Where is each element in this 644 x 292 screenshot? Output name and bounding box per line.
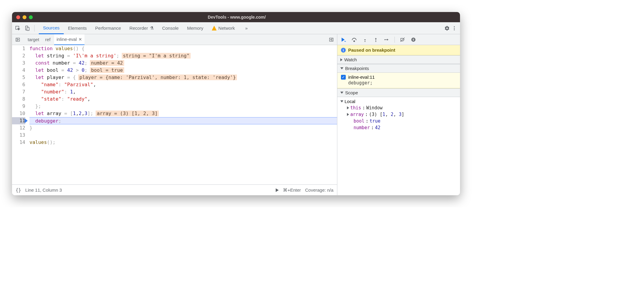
scope-bool-row[interactable]: bool: true [337,118,460,124]
pause-on-exceptions-button[interactable] [410,37,416,43]
inline-value-hint: string = "I'm a string" [122,53,191,59]
tab-sources[interactable]: Sources [39,22,64,34]
tab-elements[interactable]: Elements [64,22,91,34]
tab-label: Memory [187,26,203,31]
svg-rect-24 [413,38,413,41]
inline-value-hint: number = 42 [90,60,124,66]
line-number[interactable]: 9 [12,103,25,110]
code-line[interactable]: function values() { [29,45,337,52]
inline-value-hint: array = (3) [1, 2, 3] [96,111,159,116]
code-line[interactable]: debugger; [29,117,337,124]
code-line[interactable] [29,132,337,139]
line-number[interactable]: 14 [12,139,25,146]
file-tabbar: targetrefinline-eval✕ [12,34,337,45]
tab-label: Recorder [129,26,148,31]
code-editor[interactable]: 1234567891011121314 function values() { … [12,45,337,184]
tab-recorder[interactable]: Recorder ⚗ [125,22,158,34]
svg-point-14 [354,41,354,41]
file-tab-ref[interactable]: ref [43,34,53,45]
minimize-window-button[interactable] [23,15,26,19]
devtools-window: DevTools - www.google.com/ SourcesElemen… [12,12,460,195]
watch-section-header[interactable]: Watch [337,55,460,64]
code-line[interactable]: "name": "Parzival", [29,81,337,88]
traffic-lights [16,15,33,19]
scope-array-row[interactable]: array: (3) [1, 2, 3] [337,111,460,118]
code-line[interactable]: let array = [1,2,3];array = (3) [1, 2, 3… [29,110,337,117]
code-line[interactable]: }; [29,103,337,110]
code-line[interactable]: values(); [29,139,337,146]
scope-number-row[interactable]: number: 42 [337,124,460,131]
tab-network[interactable]: Network [207,22,239,34]
inline-value-hint: bool = true [90,67,124,73]
line-number[interactable]: 13 [12,132,25,139]
svg-marker-20 [387,39,389,41]
disclosure-triangle-icon [340,92,343,94]
step-into-button[interactable] [362,37,368,43]
run-hint: ⌘+Enter [283,187,301,193]
more-tabs-icon[interactable] [329,37,334,42]
line-number[interactable]: 10 [12,110,25,117]
step-out-button[interactable] [373,37,379,43]
code-lines[interactable]: function values() { let string = 'I\'m a… [28,45,337,184]
scope-section-header[interactable]: Scope [337,88,460,97]
tab-performance[interactable]: Performance [91,22,125,34]
close-tab-icon[interactable]: ✕ [78,37,82,42]
scope-this-row[interactable]: this: Window [337,105,460,111]
tab-label: Performance [95,26,121,31]
file-tab-target[interactable]: target [25,34,41,45]
deactivate-breakpoints-button[interactable] [400,37,406,43]
resume-button[interactable] [340,37,346,43]
tab-memory[interactable]: Memory [183,22,207,34]
tab-label: Elements [68,26,87,31]
code-line[interactable]: "number": 1, [29,88,337,96]
line-number[interactable]: 3 [12,59,25,67]
source-panel: targetrefinline-eval✕ 123456789101112131… [12,34,337,195]
line-number[interactable]: 8 [12,96,25,103]
step-button[interactable] [384,37,390,43]
svg-marker-8 [18,39,19,40]
settings-gear-icon[interactable] [444,26,450,31]
breakpoint-item[interactable]: ✓ inline-eval:11 debugger; [337,73,460,88]
svg-marker-11 [330,39,331,40]
line-number[interactable]: 7 [12,88,25,96]
step-over-button[interactable] [351,37,357,43]
breakpoints-section-header[interactable]: Breakpoints [337,64,460,73]
main-tabbar: SourcesElementsPerformanceRecorder ⚗Cons… [12,22,460,34]
line-number[interactable]: 1 [12,45,25,52]
run-snippet-icon[interactable] [276,188,279,192]
file-tab-label: inline-eval [57,37,77,42]
line-number[interactable]: 2 [12,52,25,59]
inspect-element-icon[interactable] [15,26,20,31]
show-navigator-icon[interactable] [15,37,20,42]
window-title: DevTools - www.google.com/ [33,15,441,20]
tab-console[interactable]: Console [158,22,183,34]
code-line[interactable]: let player = {player = {name: 'Parzival'… [29,74,337,81]
titlebar: DevTools - www.google.com/ [12,12,460,22]
line-number-gutter[interactable]: 1234567891011121314 [12,45,28,184]
more-menu-icon[interactable] [452,26,457,31]
disclosure-triangle-icon [347,113,349,116]
code-line[interactable]: } [29,124,337,132]
code-line[interactable]: let bool = 42 > 0;bool = true [29,67,337,74]
line-number[interactable]: 12 [12,124,25,132]
line-number[interactable]: 5 [12,74,25,81]
code-line[interactable]: "state": "ready", [29,96,337,103]
code-line[interactable]: let string = 'I\'m a string';string = "I… [29,52,337,59]
tabs-overflow[interactable]: » [241,22,252,34]
device-toolbar-icon[interactable] [25,26,30,31]
pretty-print-icon[interactable]: {} [16,187,21,193]
svg-point-18 [376,41,376,42]
line-number[interactable]: 4 [12,67,25,74]
close-window-button[interactable] [16,15,20,19]
svg-marker-15 [364,39,366,41]
scope-local-header[interactable]: Local [337,98,460,105]
warning-icon [212,26,216,31]
file-tab-inline-eval[interactable]: inline-eval✕ [54,34,85,45]
tab-label: Console [162,26,179,31]
line-number[interactable]: 11 [12,117,25,124]
code-line[interactable]: const number = 42;number = 42 [29,59,337,67]
maximize-window-button[interactable] [29,15,33,19]
line-number[interactable]: 6 [12,81,25,88]
breakpoint-checkbox[interactable]: ✓ [341,75,346,80]
file-tab-label: target [28,37,39,42]
